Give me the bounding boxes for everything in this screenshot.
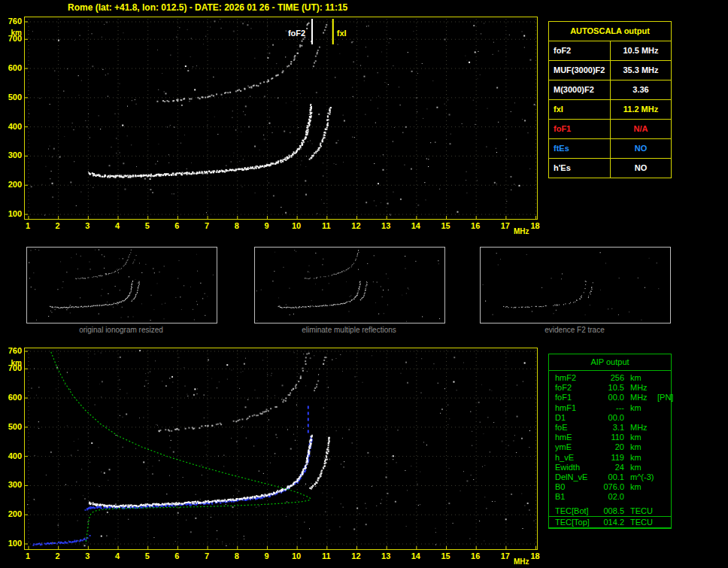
y-tick-label-bottom: 760 <box>2 346 22 355</box>
x-tick-label-bottom: 15 <box>441 551 450 560</box>
autoscala-row-label: fxI <box>549 100 611 119</box>
x-tick-label-top: 17 <box>501 221 510 230</box>
marker-label-fxI: fxI <box>337 29 347 38</box>
autoscala-row-label: M(3000)F2 <box>549 80 611 99</box>
x-tick-label-bottom: 3 <box>85 551 89 560</box>
autoscala-row-fxI: fxI11.2 MHz <box>549 100 671 120</box>
autoscala-row-foF1: foF1N/A <box>549 120 671 139</box>
x-tick-label-bottom: 12 <box>351 551 360 560</box>
x-tick-label-bottom: 8 <box>235 551 239 560</box>
aip-table-rows: hmF2256kmfoF210.5MHzfoF100.0MHz[PN]hmF1-… <box>549 371 671 504</box>
aip-tec-row-TEC[Top]: TEC[Top]014.2TECU <box>549 517 671 528</box>
tec-row-name: TEC[Bot] <box>555 506 599 516</box>
y-tick-label-top: 600 <box>2 63 22 72</box>
y-tick-label-bottom: 600 <box>2 393 22 402</box>
aip-row-unit <box>624 492 657 502</box>
aip-row-extra <box>657 442 666 452</box>
aip-row-value: 256 <box>599 373 624 383</box>
x-tick-label-top: 6 <box>174 221 179 230</box>
aip-row-value: 076.0 <box>599 482 624 492</box>
aip-tec-rows: TEC[Bot]008.5TECUTEC[Top]014.2TECU <box>549 506 671 528</box>
x-tick-label-bottom: 18 <box>530 551 539 560</box>
autoscala-app-screen: Rome (lat: +41.8, lon: 012.5) - DATE: 20… <box>0 0 728 568</box>
autoscala-table-title: AUTOSCALA output <box>549 22 671 41</box>
marker-label-foF2: foF2 <box>288 29 305 38</box>
aip-row-value: --- <box>599 403 624 413</box>
aip-row-extra <box>657 423 666 433</box>
y-tick-label-bottom: 300 <box>2 480 22 489</box>
aip-row-extra <box>657 413 666 423</box>
aip-row-name: D1 <box>555 413 599 423</box>
aip-row-ymE: ymE20km <box>555 442 666 452</box>
aip-row-extra <box>657 383 666 393</box>
aip-row-name: hmF2 <box>555 373 599 383</box>
autoscala-row-value: NO <box>611 139 671 158</box>
autoscala-row-foF2: foF210.5 MHz <box>549 41 671 61</box>
x-tick-label-bottom: 13 <box>381 551 390 560</box>
x-tick-label-bottom: 6 <box>174 551 179 560</box>
tec-row-name: TEC[Top] <box>555 517 599 527</box>
x-tick-label-top: 2 <box>56 221 60 230</box>
aip-row-B0: B0076.0km <box>555 482 666 492</box>
aip-row-name: hmE <box>555 433 599 442</box>
autoscala-output-table: AUTOSCALA output foF210.5 MHzMUF(3000)F2… <box>548 21 672 178</box>
autoscala-row-label: foF1 <box>549 120 611 138</box>
x-tick-label-top: 5 <box>145 221 150 230</box>
aip-row-DelN_vE: DelN_vE00.1m^(-3) <box>555 472 666 482</box>
aip-row-value: 110 <box>599 433 624 442</box>
x-axis-unit-bottom: MHz <box>514 557 529 566</box>
x-tick-label-bottom: 10 <box>292 551 301 560</box>
thumbnail-eliminate-reflections <box>254 247 445 323</box>
aip-row-D1: D100.0 <box>555 413 666 423</box>
aip-row-value: 00.0 <box>599 413 624 423</box>
x-tick-label-bottom: 11 <box>322 551 331 560</box>
x-tick-label-top: 14 <box>411 221 420 230</box>
aip-row-unit: MHz <box>624 383 657 393</box>
autoscala-row-label: foF2 <box>549 41 611 60</box>
x-tick-label-bottom: 16 <box>471 551 480 560</box>
x-axis-unit-top: MHz <box>514 227 529 236</box>
aip-row-name: foE <box>555 423 599 433</box>
aip-row-unit: km <box>624 463 657 472</box>
x-tick-label-top: 13 <box>381 221 390 230</box>
aip-row-foF2: foF210.5MHz <box>555 383 666 393</box>
aip-row-extra <box>657 403 666 413</box>
aip-row-B1: B102.0 <box>555 492 666 502</box>
x-tick-label-top: 7 <box>205 221 209 230</box>
y-tick-label-bottom: 100 <box>2 539 22 548</box>
aip-row-name: ymE <box>555 442 599 452</box>
x-tick-label-top: 11 <box>322 221 331 230</box>
x-tick-label-top: 12 <box>351 221 360 230</box>
tec-row-unit: TECU <box>624 517 671 527</box>
y-tick-label-top: 400 <box>2 122 22 131</box>
autoscala-row-value: 35.3 MHz <box>611 61 671 80</box>
x-tick-label-bottom: 9 <box>264 551 268 560</box>
ionogram-plot-bottom <box>24 348 538 550</box>
aip-row-extra <box>657 433 666 442</box>
aip-row-unit: km <box>624 373 657 383</box>
aip-row-extra <box>657 453 666 463</box>
aip-row-name: Ewidth <box>555 463 599 472</box>
thumbnail-caption-original: original ionogram resized <box>79 326 163 334</box>
aip-row-name: foF1 <box>555 393 599 402</box>
aip-row-name: DelN_vE <box>555 472 599 482</box>
aip-row-name: h_vE <box>555 453 599 463</box>
aip-row-Ewidth: Ewidth24km <box>555 463 666 472</box>
aip-tec-row-TEC[Bot]: TEC[Bot]008.5TECU <box>549 506 671 517</box>
aip-row-extra <box>657 482 666 492</box>
tec-row-unit: TECU <box>624 506 671 516</box>
y-tick-label-top: 760 <box>2 17 22 26</box>
x-tick-label-top: 16 <box>471 221 480 230</box>
x-tick-label-bottom: 17 <box>501 551 510 560</box>
aip-row-value: 20 <box>599 442 624 452</box>
y-tick-label-top: 300 <box>2 150 22 159</box>
aip-row-h_vE: h_vE119km <box>555 453 666 463</box>
autoscala-row-MUF(3000)F2: MUF(3000)F235.3 MHz <box>549 61 671 80</box>
aip-row-unit: m^(-3) <box>624 472 657 482</box>
x-tick-label-bottom: 14 <box>411 551 420 560</box>
aip-row-value: 10.5 <box>599 383 624 393</box>
x-tick-label-top: 15 <box>441 221 450 230</box>
y-tick-label-bottom: 200 <box>2 509 22 518</box>
aip-row-value: 00.0 <box>599 393 624 402</box>
thumbnail-evidence-f2-trace <box>480 247 671 323</box>
